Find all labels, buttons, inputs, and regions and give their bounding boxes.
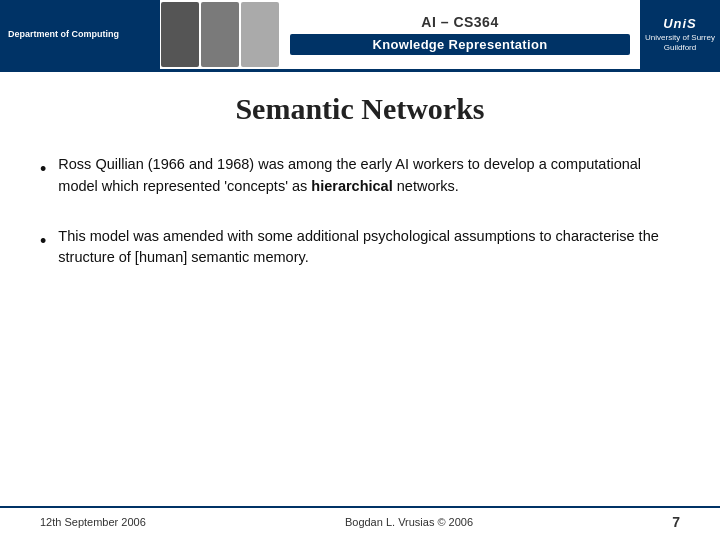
footer: 12th September 2006 Bogdan L. Vrusias © … <box>0 506 720 540</box>
header-images <box>160 0 280 69</box>
footer-author: Bogdan L. Vrusias © 2006 <box>345 516 473 528</box>
course-title: AI – CS364 <box>421 14 498 30</box>
header-image-1 <box>161 2 199 67</box>
footer-page: 7 <box>672 514 680 530</box>
dept-label: Department of Computing <box>8 29 119 41</box>
bullet-text-1: Ross Quillian (1966 and 1968) was among … <box>58 154 680 198</box>
uni-location: Guildford <box>645 43 715 53</box>
header-image-2 <box>201 2 239 67</box>
slide: Department of Computing AI – CS364 Knowl… <box>0 0 720 540</box>
uni-logo: UniS University of Surrey Guildford <box>645 16 715 54</box>
header-image-3 <box>241 2 279 67</box>
header-left: Department of Computing <box>0 0 160 69</box>
header-right: UniS University of Surrey Guildford <box>640 0 720 69</box>
main-content: Semantic Networks • Ross Quillian (1966 … <box>0 72 720 506</box>
bullet-item-2: • This model was amended with some addit… <box>40 226 680 270</box>
header-center: AI – CS364 Knowledge Representation <box>280 0 640 69</box>
bullet-item-1: • Ross Quillian (1966 and 1968) was amon… <box>40 154 680 198</box>
bullet-dot-1: • <box>40 156 46 183</box>
uni-full-name: University of Surrey <box>645 33 715 43</box>
footer-date: 12th September 2006 <box>40 516 146 528</box>
bullet-dot-2: • <box>40 228 46 255</box>
bullet-text-2: This model was amended with some additio… <box>58 226 680 270</box>
uni-name: UniS <box>645 16 715 33</box>
bullet-list: • Ross Quillian (1966 and 1968) was amon… <box>40 154 680 496</box>
header: Department of Computing AI – CS364 Knowl… <box>0 0 720 72</box>
subtitle-bar: Knowledge Representation <box>290 34 630 55</box>
slide-title: Semantic Networks <box>40 92 680 126</box>
